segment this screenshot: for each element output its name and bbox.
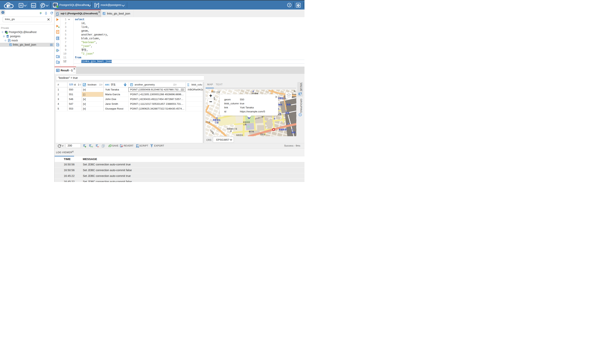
svg-text:西新宿: 西新宿 bbox=[260, 133, 265, 135]
svg-text:新宿: 新宿 bbox=[285, 112, 289, 114]
svg-text:SQL: SQL bbox=[32, 5, 36, 7]
svg-text:西新宿四丁目: 西新宿四丁目 bbox=[227, 128, 237, 130]
svg-text:新線新宿: 新線新宿 bbox=[279, 128, 286, 131]
svg-text:目: 目 bbox=[230, 130, 232, 132]
svg-text:歌: 歌 bbox=[294, 90, 296, 92]
svg-text:新宿: 新宿 bbox=[292, 131, 295, 133]
svg-text:角筈区民: 角筈区民 bbox=[236, 134, 243, 136]
svg-text:110: 110 bbox=[187, 85, 189, 86]
svg-text:?: ? bbox=[289, 4, 290, 6]
svg-text:公南: 公南 bbox=[243, 123, 246, 126]
svg-text:三丁目: 三丁目 bbox=[206, 121, 210, 123]
svg-text:都庁南: 都庁南 bbox=[249, 130, 254, 133]
svg-text:西新宿五: 西新宿五 bbox=[213, 119, 220, 121]
svg-text:新宿西口: 新宿西口 bbox=[277, 97, 285, 99]
svg-text:(+): (+) bbox=[91, 146, 93, 147]
svg-text:丁目: 丁目 bbox=[215, 121, 219, 124]
svg-text:新宿: 新宿 bbox=[286, 104, 290, 106]
svg-text:新宿中央: 新宿中央 bbox=[243, 121, 250, 123]
